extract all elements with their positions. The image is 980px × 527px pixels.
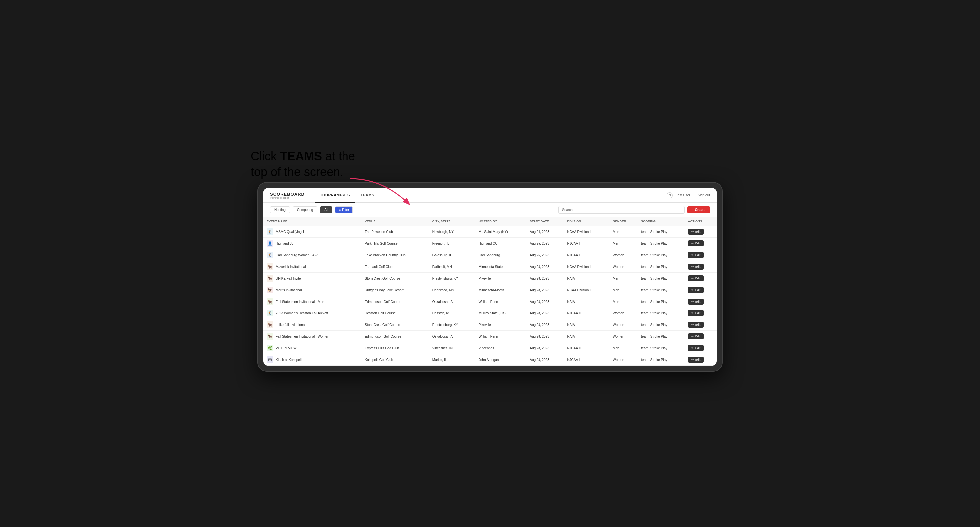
event-name: MSMC Qualifying 1 bbox=[276, 230, 304, 234]
city-cell: Oskaloosa, IA bbox=[429, 296, 476, 308]
action-cell: ✏ Edit bbox=[685, 273, 717, 284]
tab-teams[interactable]: TEAMS bbox=[355, 188, 380, 203]
edit-button[interactable]: ✏ Edit bbox=[688, 298, 704, 305]
hosted-by-cell: Minnesota-Morris bbox=[476, 284, 526, 296]
event-icon: 👤 bbox=[267, 240, 274, 247]
edit-button[interactable]: ✏ Edit bbox=[688, 229, 704, 235]
division-cell: NJCAA I bbox=[564, 354, 609, 366]
sign-out-link[interactable]: Sign out bbox=[698, 193, 710, 197]
division-cell: NCAA Division III bbox=[564, 284, 609, 296]
scoring-cell: team, Stroke Play bbox=[638, 308, 685, 319]
event-name-cell: 🐂 Fall Statesmen Invitational - Men bbox=[263, 296, 361, 308]
hosted-by-cell: William Penn bbox=[476, 296, 526, 308]
edit-button[interactable]: ✏ Edit bbox=[688, 322, 704, 328]
action-cell: ✏ Edit bbox=[685, 249, 717, 261]
all-filter-button[interactable]: All bbox=[320, 206, 332, 213]
edit-button[interactable]: ✏ Edit bbox=[688, 345, 704, 351]
city-cell: Vincennes, IN bbox=[429, 342, 476, 354]
action-cell: ✏ Edit bbox=[685, 319, 717, 331]
edit-label: Edit bbox=[695, 358, 701, 361]
division-cell: NJCAA II bbox=[564, 342, 609, 354]
tab-tournaments[interactable]: TOURNAMENTS bbox=[315, 188, 355, 203]
action-cell: ✏ Edit bbox=[685, 238, 717, 249]
hosted-by-cell: Pikeville bbox=[476, 319, 526, 331]
logo-sub: Powered by clippit bbox=[270, 197, 305, 199]
edit-label: Edit bbox=[695, 242, 701, 245]
scoring-cell: team, Stroke Play bbox=[638, 226, 685, 238]
filter-icon-button[interactable]: ≡ Filter bbox=[335, 206, 353, 213]
col-start-date: START DATE bbox=[526, 217, 564, 226]
col-venue: VENUE bbox=[361, 217, 429, 226]
action-cell: ✏ Edit bbox=[685, 342, 717, 354]
table-header-row: EVENT NAME VENUE CITY, STATE HOSTED BY S… bbox=[263, 217, 717, 226]
table-row: 🏌️ Carl Sandburg Women FA23 Lake Bracken… bbox=[263, 249, 717, 261]
edit-button[interactable]: ✏ Edit bbox=[688, 333, 704, 340]
edit-label: Edit bbox=[695, 311, 701, 315]
table-row: 🐂 UPIKE Fall Invite StoneCrest Golf Cour… bbox=[263, 273, 717, 284]
edit-button[interactable]: ✏ Edit bbox=[688, 252, 704, 258]
edit-button[interactable]: ✏ Edit bbox=[688, 275, 704, 281]
edit-label: Edit bbox=[695, 265, 701, 268]
action-cell: ✏ Edit bbox=[685, 308, 717, 319]
create-button[interactable]: + Create bbox=[687, 206, 710, 213]
competing-filter-button[interactable]: Competing bbox=[293, 206, 317, 213]
instruction-text: Click TEAMS at thetop of the screen. bbox=[251, 149, 355, 180]
gender-cell: Men bbox=[609, 226, 638, 238]
col-division: DIVISION bbox=[564, 217, 609, 226]
table-row: 🏌️ 2023 Women's Hesston Fall Kickoff Hes… bbox=[263, 308, 717, 319]
scoring-cell: team, Stroke Play bbox=[638, 284, 685, 296]
edit-label: Edit bbox=[695, 230, 701, 233]
outer-wrapper: Click TEAMS at thetop of the screen. SCO… bbox=[258, 156, 722, 371]
hosted-by-cell: Murray State (OK) bbox=[476, 308, 526, 319]
scoring-cell: team, Stroke Play bbox=[638, 261, 685, 273]
edit-button[interactable]: ✏ Edit bbox=[688, 264, 704, 270]
event-name-cell: 🐂 Fall Statesmen Invitational - Women bbox=[263, 331, 361, 342]
search-input[interactable] bbox=[558, 206, 685, 214]
gender-cell: Women bbox=[609, 308, 638, 319]
city-cell: Deerwood, MN bbox=[429, 284, 476, 296]
city-cell: Galesburg, IL bbox=[429, 249, 476, 261]
settings-icon[interactable]: ⚙ bbox=[667, 192, 673, 198]
event-name-cell: 🎮 Klash at Kokopelli bbox=[263, 354, 361, 366]
event-name-cell: 🏌️ MSMC Qualifying 1 bbox=[263, 226, 361, 238]
col-city-state: CITY, STATE bbox=[429, 217, 476, 226]
table-body: 🏌️ MSMC Qualifying 1 The Powelton ClubNe… bbox=[263, 226, 717, 366]
city-cell: Prestonsburg, KY bbox=[429, 273, 476, 284]
division-cell: NJCAA I bbox=[564, 238, 609, 249]
nav-tabs: TOURNAMENTS TEAMS bbox=[315, 188, 667, 203]
edit-button[interactable]: ✏ Edit bbox=[688, 287, 704, 293]
table-row: 👤 Highland 36 Park Hills Golf CourseFree… bbox=[263, 238, 717, 249]
event-icon: 🏌️ bbox=[267, 252, 274, 258]
event-icon: 🐂 bbox=[267, 264, 274, 270]
edit-button[interactable]: ✏ Edit bbox=[688, 357, 704, 363]
hosted-by-cell: Pikeville bbox=[476, 273, 526, 284]
event-name: Fall Statesmen Invitational - Women bbox=[276, 335, 329, 338]
division-cell: NAIA bbox=[564, 331, 609, 342]
division-cell: NCAA Division II bbox=[564, 261, 609, 273]
edit-label: Edit bbox=[695, 300, 701, 303]
scoring-cell: team, Stroke Play bbox=[638, 354, 685, 366]
start-date-cell: Aug 24, 2023 bbox=[526, 226, 564, 238]
gender-cell: Women bbox=[609, 331, 638, 342]
action-cell: ✏ Edit bbox=[685, 226, 717, 238]
division-cell: NCAA Division III bbox=[564, 226, 609, 238]
event-icon: 🌿 bbox=[267, 345, 274, 351]
city-cell: Faribault, MN bbox=[429, 261, 476, 273]
user-name: Test User bbox=[676, 193, 690, 197]
hosted-by-cell: Minnesota State bbox=[476, 261, 526, 273]
edit-icon: ✏ bbox=[691, 230, 694, 233]
start-date-cell: Aug 28, 2023 bbox=[526, 308, 564, 319]
edit-button[interactable]: ✏ Edit bbox=[688, 240, 704, 246]
gender-cell: Men bbox=[609, 342, 638, 354]
hosting-filter-button[interactable]: Hosting bbox=[270, 206, 290, 213]
city-cell: Marion, IL bbox=[429, 354, 476, 366]
event-icon: 🎮 bbox=[267, 356, 274, 363]
action-cell: ✏ Edit bbox=[685, 331, 717, 342]
table-row: 🐂 Fall Statesmen Invitational - Men Edmu… bbox=[263, 296, 717, 308]
scoring-cell: team, Stroke Play bbox=[638, 342, 685, 354]
edit-icon: ✏ bbox=[691, 288, 694, 292]
start-date-cell: Aug 28, 2023 bbox=[526, 261, 564, 273]
filter-bar: Hosting Competing All ≡ Filter + Create bbox=[263, 203, 717, 217]
edit-label: Edit bbox=[695, 323, 701, 326]
edit-button[interactable]: ✏ Edit bbox=[688, 310, 704, 316]
